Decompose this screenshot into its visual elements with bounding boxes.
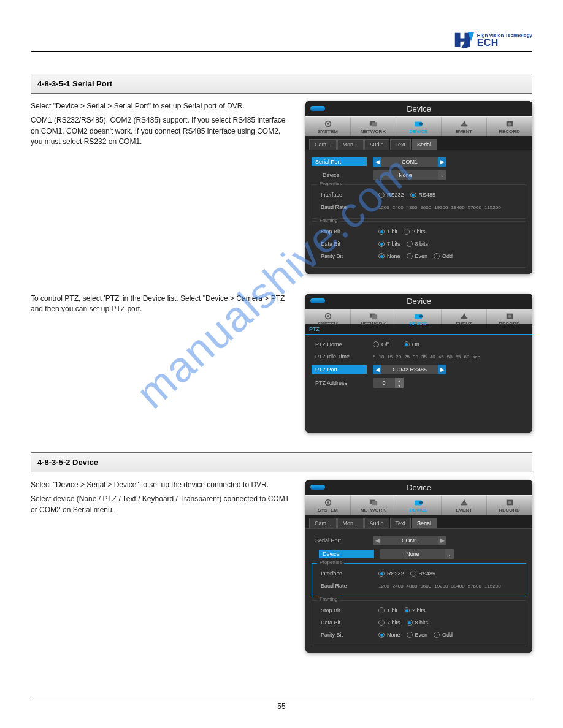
- nav-record[interactable]: RECORD: [487, 117, 532, 136]
- device-select[interactable]: None ⌄: [380, 549, 454, 559]
- chevron-right-icon[interactable]: ▶: [438, 365, 446, 374]
- step-down-icon[interactable]: ▼: [395, 383, 404, 388]
- logo-icon: [454, 31, 475, 49]
- stopbit-label: Stop Bit: [317, 606, 372, 615]
- tab-text[interactable]: Text: [390, 139, 412, 150]
- section2-para2: Select device (None / PTZ / Text / Keybo…: [31, 494, 293, 515]
- section1-para2: COM1 (RS232/RS485), COM2 (RS485) support…: [31, 115, 293, 147]
- tab-audio[interactable]: Audio: [364, 518, 389, 528]
- nav-network[interactable]: NETWORK: [351, 309, 396, 328]
- chevron-right-icon[interactable]: ▶: [438, 536, 446, 545]
- nav-network[interactable]: NETWORK: [351, 117, 396, 136]
- parity-odd-radio[interactable]: Odd: [434, 632, 453, 638]
- interface-label: Interface: [317, 191, 372, 199]
- nav-system[interactable]: SYSTEM: [305, 496, 351, 515]
- parity-odd-radio[interactable]: Odd: [434, 253, 453, 259]
- interface-rs232-radio[interactable]: RS232: [378, 571, 404, 577]
- ptz-home-off-radio[interactable]: Off: [373, 341, 389, 347]
- databit-7-radio[interactable]: 7 bits: [378, 241, 400, 247]
- ptz-addr-stepper[interactable]: 0 ▲▼: [373, 378, 404, 388]
- tab-monitor[interactable]: Mon...: [337, 139, 364, 150]
- chevron-left-icon[interactable]: ◀: [373, 536, 381, 545]
- svg-rect-3: [372, 122, 377, 126]
- step-up-icon[interactable]: ▲: [395, 378, 404, 383]
- baud-label: Baud Rate: [317, 203, 372, 211]
- device-select[interactable]: None ⌄: [373, 170, 446, 180]
- baud-slider[interactable]: 1200 2400 4800 9600 19200 38400 57600 11…: [378, 205, 521, 210]
- ptz-port-label: PTZ Port: [312, 365, 367, 374]
- nav-event[interactable]: EVENT: [442, 496, 487, 515]
- ptz-port-select[interactable]: ◀ COM2 RS485 ▶: [373, 365, 446, 374]
- ptz-home-on-radio[interactable]: On: [404, 341, 419, 347]
- svg-point-17: [508, 314, 511, 317]
- tab-serial[interactable]: Serial: [412, 518, 437, 528]
- device-panel-device: Device SYSTEM NETWORK DEVICE EVENT RECOR…: [305, 480, 532, 653]
- svg-rect-21: [372, 501, 377, 505]
- nav-device[interactable]: DEVICE: [396, 117, 442, 136]
- power-indicator-icon: [310, 106, 325, 111]
- databit-8-radio[interactable]: 8 bits: [407, 241, 429, 247]
- nav-record[interactable]: RECORD: [487, 496, 532, 515]
- nav-event[interactable]: EVENT: [442, 117, 487, 136]
- stopbit-2-radio[interactable]: 2 bits: [404, 607, 426, 613]
- stopbit-1-radio[interactable]: 1 bit: [378, 229, 397, 235]
- section1-para1: Select "Device > Serial > Serial Port" t…: [31, 101, 293, 112]
- parity-even-radio[interactable]: Even: [407, 632, 428, 638]
- interface-rs232-radio[interactable]: RS232: [378, 192, 404, 198]
- logo-brand: ECH: [477, 38, 499, 48]
- tab-monitor[interactable]: Mon...: [337, 518, 364, 528]
- dropdown-icon[interactable]: ⌄: [445, 549, 454, 559]
- ptz-home-label: PTZ Home: [312, 340, 367, 349]
- svg-point-1: [327, 123, 329, 125]
- baud-label: Baud Rate: [317, 582, 372, 590]
- svg-point-23: [419, 501, 422, 504]
- svg-rect-24: [461, 504, 467, 506]
- svg-rect-12: [372, 314, 377, 319]
- interface-rs485-radio[interactable]: RS485: [410, 571, 436, 577]
- tab-camera[interactable]: Cam...: [309, 518, 337, 528]
- framing-group-label: Framing: [317, 596, 340, 602]
- tab-camera[interactable]: Cam...: [309, 139, 337, 150]
- databit-7-radio[interactable]: 7 bits: [378, 620, 400, 626]
- serial-port-select[interactable]: ◀ COM1 ▶: [373, 157, 446, 167]
- nav-network[interactable]: NETWORK: [351, 496, 396, 515]
- tab-serial[interactable]: Serial: [412, 139, 437, 150]
- dropdown-icon[interactable]: ⌄: [438, 170, 446, 180]
- stopbit-2-radio[interactable]: 2 bits: [404, 229, 426, 235]
- stopbit-1-radio[interactable]: 1 bit: [378, 607, 397, 613]
- power-indicator-icon: [310, 298, 325, 303]
- device-panel-serial: Device SYSTEM NETWORK DEVICE EVENT RECOR…: [305, 101, 532, 274]
- nav-device[interactable]: DEVICE: [396, 309, 442, 328]
- power-indicator-icon: [310, 485, 325, 490]
- tab-audio[interactable]: Audio: [364, 139, 389, 150]
- device-label: Device: [319, 550, 374, 558]
- baud-slider[interactable]: 1200 2400 4800 9600 19200 38400 57600 11…: [378, 583, 521, 589]
- nav-system[interactable]: SYSTEM: [305, 117, 351, 136]
- tab-text[interactable]: Text: [390, 518, 412, 528]
- stopbit-label: Stop Bit: [317, 227, 372, 236]
- parity-none-radio[interactable]: None: [378, 253, 400, 259]
- interface-rs485-radio[interactable]: RS485: [410, 192, 436, 198]
- ptz-idle-slider[interactable]: 5 10 15 20 25 30 35 40 45 50 55 60: [373, 354, 526, 360]
- properties-group-label: Properties: [317, 181, 344, 186]
- serial-port-select[interactable]: ◀ COM1 ▶: [373, 536, 446, 545]
- chevron-left-icon[interactable]: ◀: [373, 157, 381, 167]
- nav-record[interactable]: RECORD: [487, 309, 532, 328]
- nav-device[interactable]: DEVICE: [396, 496, 442, 515]
- device-panel-ptz: Device SYSTEM NETWORK DEVICE EVENT RECOR…: [305, 294, 532, 433]
- parity-none-radio[interactable]: None: [378, 632, 400, 638]
- section-title-1: 4-8-3-5-1 Serial Port: [31, 74, 532, 94]
- nav-event[interactable]: EVENT: [442, 309, 487, 328]
- section1-text: Select "Device > Serial > Serial Port" t…: [31, 101, 293, 282]
- page-number: 55: [277, 702, 285, 711]
- interface-label: Interface: [317, 569, 372, 578]
- parity-label: Parity Bit: [317, 631, 372, 639]
- chevron-right-icon[interactable]: ▶: [438, 157, 446, 167]
- svg-point-14: [419, 314, 422, 317]
- databit-label: Data Bit: [317, 240, 372, 248]
- page-footer: 55: [31, 700, 532, 711]
- databit-8-radio[interactable]: 8 bits: [407, 620, 429, 626]
- properties-group-label: Properties: [317, 559, 344, 565]
- chevron-left-icon[interactable]: ◀: [373, 365, 381, 374]
- parity-even-radio[interactable]: Even: [407, 253, 428, 259]
